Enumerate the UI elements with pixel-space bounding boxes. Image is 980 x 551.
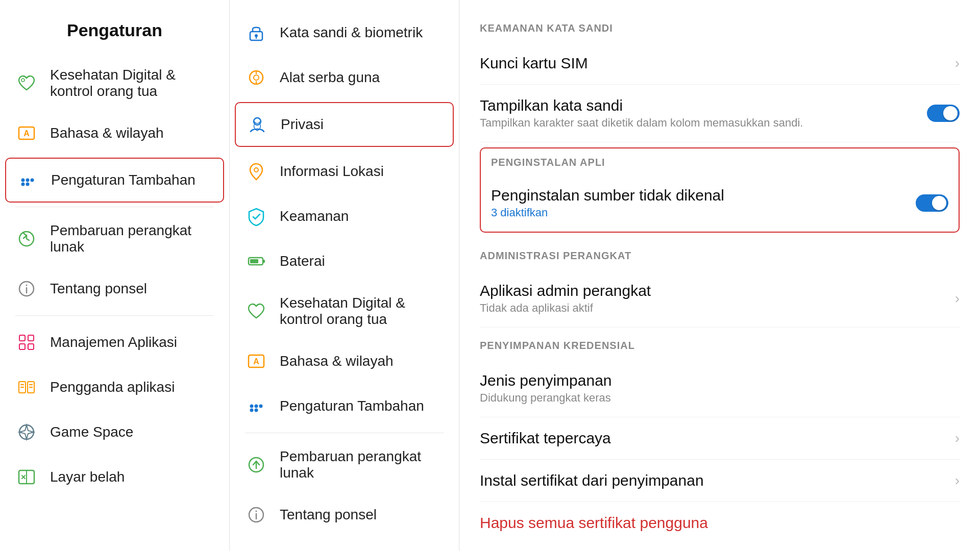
svg-rect-15	[28, 344, 34, 349]
mid-item-digital-health2[interactable]: Kesehatan Digital & kontrol orang tua	[230, 284, 459, 339]
svg-point-22	[19, 425, 34, 439]
svg-rect-37	[263, 260, 265, 263]
chevron-icon: ›	[955, 472, 960, 489]
svg-point-11	[26, 285, 28, 286]
svg-point-50	[256, 511, 257, 512]
divider	[15, 207, 214, 207]
sidebar-item-language[interactable]: A Bahasa & wilayah	[0, 111, 229, 156]
right-item-unknown-source[interactable]: Penginstalan sumber tidak dikenal 3 diak…	[491, 174, 948, 232]
svg-rect-12	[19, 335, 25, 341]
mid-item-label: Kata sandi & biometrik	[280, 24, 423, 41]
divider	[15, 315, 214, 316]
sidebar-item-label: Pembaruan perangkat lunak	[50, 222, 214, 255]
item-title: Kunci kartu SIM	[480, 55, 947, 72]
right-panel: KEAMANAN KATA SANDI Kunci kartu SIM › Ta…	[459, 0, 980, 551]
svg-point-5	[31, 179, 34, 182]
dots-icon	[16, 169, 39, 191]
item-title: Instal sertifikat dari penyimpanan	[480, 472, 947, 489]
item-title: Aplikasi admin perangkat	[480, 282, 947, 299]
apps-icon	[15, 331, 38, 354]
mid-item-location[interactable]: Informasi Lokasi	[230, 149, 459, 194]
mid-item-label: Privasi	[281, 116, 324, 133]
game-icon	[15, 421, 38, 443]
mid-item-label: Alat serba guna	[280, 69, 380, 86]
section-header-password: KEAMANAN KATA SANDI	[480, 10, 960, 42]
mid-item-label: Baterai	[280, 253, 325, 269]
mid-item-label: Kesehatan Digital & kontrol orang tua	[280, 295, 444, 328]
sidebar-item-digital-health[interactable]: Kesehatan Digital & kontrol orang tua	[0, 56, 229, 111]
battery-icon	[245, 250, 267, 272]
svg-rect-38	[250, 259, 258, 263]
sidebar-item-game-space[interactable]: Game Space	[0, 410, 229, 455]
mid-item-security[interactable]: Keamanan	[230, 194, 459, 239]
update-icon	[15, 228, 38, 250]
mid-item-about2[interactable]: Tentang ponsel	[230, 492, 459, 537]
sidebar-item-about[interactable]: Tentang ponsel	[0, 266, 229, 311]
language-icon-2: A	[245, 350, 267, 372]
right-item-delete-cert[interactable]: Hapus semua sertifikat pengguna	[480, 502, 960, 544]
privacy-icon	[246, 113, 268, 136]
right-item-device-admin[interactable]: Aplikasi admin perangkat Tidak ada aplik…	[480, 270, 960, 328]
sidebar-item-label: Pengaturan Tambahan	[51, 172, 195, 188]
sidebar-item-label: Kesehatan Digital & kontrol orang tua	[50, 67, 214, 99]
svg-point-28	[255, 34, 258, 37]
right-item-trusted-cert[interactable]: Sertifikat tepercaya ›	[480, 417, 960, 460]
svg-rect-14	[19, 344, 25, 349]
item-subtitle-blue: 3 diaktifkan	[491, 206, 908, 219]
mid-item-label: Pembaruan perangkat lunak	[280, 448, 444, 481]
mid-item-label: Informasi Lokasi	[280, 163, 384, 180]
sidebar-item-software-update[interactable]: Pembaruan perangkat lunak	[0, 211, 229, 266]
mid-item-label: Keamanan	[280, 208, 349, 224]
language-icon: A	[15, 122, 38, 144]
sidebar-item-label: Tentang ponsel	[50, 281, 147, 297]
right-item-storage-type[interactable]: Jenis penyimpanan Didukung perangkat ker…	[480, 360, 960, 417]
svg-point-35	[254, 168, 258, 172]
sidebar-item-label: Manajemen Aplikasi	[50, 334, 177, 350]
info-icon	[15, 278, 38, 300]
mid-item-extra-settings2[interactable]: Pengaturan Tambahan	[230, 384, 459, 429]
heart-icon	[15, 72, 38, 94]
sidebar-item-split-screen[interactable]: Layar belah	[0, 455, 229, 499]
mid-item-language2[interactable]: A Bahasa & wilayah	[230, 339, 459, 384]
right-item-sim-lock[interactable]: Kunci kartu SIM ›	[480, 42, 960, 85]
right-item-install-cert[interactable]: Instal sertifikat dari penyimpanan ›	[480, 460, 960, 502]
svg-text:A: A	[23, 129, 30, 138]
mid-item-battery[interactable]: Baterai	[230, 239, 459, 284]
mid-item-label: Tentang ponsel	[280, 507, 377, 523]
lock-icon	[245, 21, 267, 44]
sidebar-item-label: Game Space	[50, 424, 133, 440]
mid-item-label: Bahasa & wilayah	[280, 353, 394, 369]
mid-item-privacy[interactable]: Privasi	[235, 102, 454, 147]
split-icon	[15, 466, 38, 488]
install-section-box: PENGINSTALAN APLI Penginstalan sumber ti…	[480, 147, 960, 233]
chevron-icon: ›	[955, 55, 960, 71]
page-title: Pengaturan	[0, 10, 229, 56]
location-icon	[245, 160, 267, 183]
svg-point-45	[255, 409, 258, 412]
clone-icon	[15, 376, 38, 398]
dots-icon-2	[245, 395, 267, 417]
svg-point-6	[21, 183, 25, 186]
mid-item-password[interactable]: Kata sandi & biometrik	[230, 10, 459, 55]
sidebar-item-app-clone[interactable]: Pengganda aplikasi	[0, 365, 229, 410]
mid-item-label: Pengaturan Tambahan	[280, 398, 424, 414]
item-subtitle: Tidak ada aplikasi aktif	[480, 302, 947, 315]
svg-point-31	[254, 75, 259, 80]
sidebar-item-label: Layar belah	[50, 469, 125, 485]
unknown-source-toggle[interactable]	[916, 194, 948, 212]
show-password-toggle[interactable]	[927, 105, 960, 122]
item-subtitle: Didukung perangkat keras	[480, 391, 960, 405]
sidebar-item-label: Bahasa & wilayah	[50, 125, 164, 141]
svg-rect-13	[28, 335, 34, 341]
sidebar-item-extra-settings[interactable]: Pengaturan Tambahan	[5, 158, 224, 203]
mid-item-utility[interactable]: Alat serba guna	[230, 55, 459, 100]
item-title: Jenis penyimpanan	[480, 372, 960, 389]
security-icon	[245, 205, 267, 228]
right-item-show-password[interactable]: Tampilkan kata sandi Tampilkan karakter …	[480, 85, 960, 142]
mid-item-software-update2[interactable]: Pembaruan perangkat lunak	[230, 437, 459, 492]
mid-panel: Kata sandi & biometrik Alat serba guna P…	[230, 0, 459, 551]
svg-point-44	[250, 409, 254, 412]
svg-point-43	[259, 405, 263, 408]
sidebar-item-app-management[interactable]: Manajemen Aplikasi	[0, 320, 229, 365]
section-header-admin: ADMINISTRASI PERANGKAT	[480, 238, 960, 270]
